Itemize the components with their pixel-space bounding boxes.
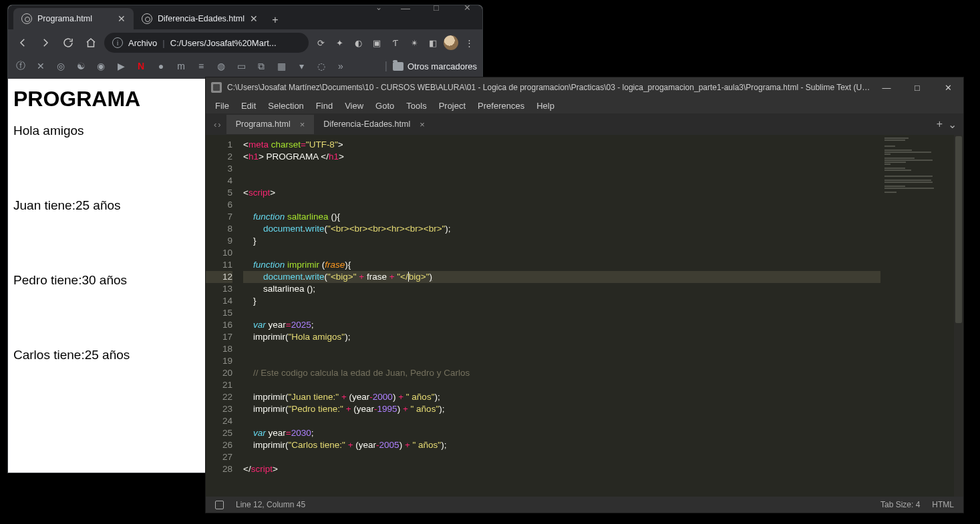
folder-label: Otros marcadores — [407, 61, 477, 71]
browser-tab[interactable]: Diferencia-Edades.html ✕ — [134, 8, 266, 29]
menu-goto[interactable]: Goto — [370, 99, 399, 112]
editor-body: 1234567891011121314151617181920212223242… — [206, 135, 963, 497]
window-minimize-button[interactable]: — — [871, 77, 902, 97]
window-close-button[interactable]: ✕ — [933, 77, 963, 97]
site-info-icon[interactable]: i — [112, 37, 123, 48]
tab-close-icon[interactable]: ✕ — [118, 13, 126, 24]
bookmark-icon[interactable]: ▦ — [274, 59, 289, 73]
menu-tools[interactable]: Tools — [401, 99, 432, 112]
menu-find[interactable]: Find — [311, 99, 338, 112]
bookmark-icon[interactable]: ▾ — [294, 59, 309, 73]
window-maximize-button[interactable]: □ — [902, 77, 933, 97]
menu-selection[interactable]: Selection — [263, 99, 309, 112]
vertical-scrollbar[interactable] — [954, 135, 963, 497]
folder-icon — [393, 62, 403, 71]
bookmark-icon[interactable]: ≡ — [194, 59, 208, 73]
bookmark-icon[interactable]: ✕ — [33, 59, 48, 73]
globe-icon — [142, 13, 152, 24]
profile-avatar[interactable] — [444, 35, 458, 50]
code-editor[interactable]: <meta charset="UTF-8"><h1> PROGRAMA </h1… — [240, 135, 880, 497]
editor-tab[interactable]: Diferencia-Edades.html × — [314, 115, 434, 134]
status-cursor-position[interactable]: Line 12, Column 45 — [236, 500, 305, 509]
tab-history-back-icon[interactable]: ‹ — [214, 119, 216, 129]
home-button[interactable] — [81, 33, 100, 52]
browser-chrome: ⌄ — □ ✕ Programa.html ✕ Diferencia-Edade… — [8, 5, 482, 79]
bookmark-icon[interactable]: m — [174, 59, 188, 73]
extension-icons: ⟳ ✦ ◐ ▣ Ƭ ✴ ◧ ⋮ — [313, 35, 477, 51]
extension-icon[interactable]: ⟳ — [313, 35, 329, 51]
editor-tab-title: Diferencia-Edades.html — [323, 119, 410, 129]
line-number-gutter[interactable]: 1234567891011121314151617181920212223242… — [206, 135, 240, 497]
back-button[interactable] — [13, 33, 32, 52]
window-maximize-button[interactable]: □ — [421, 5, 452, 13]
bookmark-icon[interactable]: ◎ — [53, 59, 68, 73]
minimap[interactable] — [880, 135, 954, 497]
bookmarks-bar: ⓕ ✕ ◎ ☯ ◉ ▶ N ● m ≡ ◍ ▭ ⧉ ▦ ▾ ◌ » | Otro… — [8, 56, 482, 79]
status-bar: Line 12, Column 45 Tab Size: 4 HTML — [206, 497, 963, 513]
address-bar[interactable]: i Archivo | C:/Users/Josafat%20Mart... — [104, 33, 309, 53]
browser-tab-active[interactable]: Programa.html ✕ — [13, 8, 134, 29]
sublime-logo-icon — [211, 82, 222, 93]
bookmark-icon[interactable]: ☯ — [73, 59, 88, 73]
tab-close-icon[interactable]: × — [300, 119, 305, 129]
scrollbar-thumb[interactable] — [955, 136, 962, 323]
sidepanel-icon[interactable]: ◧ — [425, 35, 441, 51]
sublime-menubar: File Edit Selection Find View Goto Tools… — [206, 97, 963, 113]
window-close-button[interactable]: ✕ — [452, 5, 482, 13]
bookmark-icon[interactable]: ◉ — [94, 59, 108, 73]
other-bookmarks-folder[interactable]: Otros marcadores — [393, 61, 477, 71]
reload-button[interactable] — [59, 33, 77, 52]
extension-icon[interactable]: ▣ — [369, 35, 385, 51]
status-tab-size[interactable]: Tab Size: 4 — [880, 500, 920, 509]
menu-file[interactable]: File — [210, 99, 234, 112]
bookmark-icon[interactable]: ⧉ — [254, 59, 269, 73]
forward-button[interactable] — [36, 33, 55, 52]
bookmark-icon[interactable]: ⓕ — [13, 59, 28, 73]
new-tab-button[interactable]: + — [266, 11, 285, 29]
editor-tab-title: Programa.html — [236, 119, 291, 129]
globe-icon — [21, 13, 32, 24]
bookmark-icon[interactable]: ▶ — [114, 59, 128, 73]
status-language[interactable]: HTML — [932, 500, 954, 509]
menu-edit[interactable]: Edit — [236, 99, 261, 112]
bookmark-icon[interactable]: ◍ — [214, 59, 228, 73]
sublime-titlebar[interactable]: C:\Users\Josafat Martínez\Documents\10 -… — [206, 77, 963, 97]
extension-icon[interactable]: ✦ — [331, 35, 347, 51]
editor-tab-active[interactable]: Programa.html × — [226, 115, 315, 134]
menu-view[interactable]: View — [339, 99, 369, 112]
extensions-menu-icon[interactable]: ✴ — [406, 35, 422, 51]
tab-menu-icon[interactable]: ⌄ — [948, 118, 957, 131]
browser-dropdown-icon[interactable]: ⌄ — [367, 5, 390, 13]
tab-history-forward-icon[interactable]: › — [218, 119, 220, 129]
menu-help[interactable]: Help — [531, 99, 560, 112]
url-text: C:/Users/Josafat%20Mart... — [170, 38, 301, 48]
tab-title: Programa.html — [37, 14, 112, 23]
menu-project[interactable]: Project — [434, 99, 471, 112]
browser-tabstrip: ⌄ — □ ✕ Programa.html ✕ Diferencia-Edade… — [8, 5, 482, 29]
sublime-tabbar: ‹ › Programa.html × Diferencia-Edades.ht… — [206, 113, 963, 135]
extension-icon[interactable]: Ƭ — [387, 35, 403, 51]
bookmarks-overflow-icon[interactable]: » — [334, 61, 347, 71]
extension-icon[interactable]: ◐ — [350, 35, 366, 51]
kebab-menu-icon[interactable]: ⋮ — [461, 35, 477, 51]
browser-toolbar: i Archivo | C:/Users/Josafat%20Mart... ⟳… — [8, 29, 482, 56]
bookmark-icon[interactable]: N — [134, 59, 148, 73]
bookmark-icon[interactable]: ● — [154, 59, 168, 73]
panel-switcher-icon[interactable] — [215, 501, 224, 509]
tab-close-icon[interactable]: × — [420, 119, 425, 129]
url-separator: | — [162, 38, 164, 48]
window-minimize-button[interactable]: — — [390, 5, 421, 13]
sublime-window: C:\Users\Josafat Martínez\Documents\10 -… — [206, 77, 963, 513]
url-scheme-label: Archivo — [128, 38, 157, 48]
new-tab-icon[interactable]: + — [937, 118, 943, 131]
sublime-title-text: C:\Users\Josafat Martínez\Documents\10 -… — [227, 83, 871, 92]
bookmark-icon[interactable]: ◌ — [314, 59, 329, 73]
tab-title: Diferencia-Edades.html — [158, 14, 244, 23]
menu-preferences[interactable]: Preferences — [472, 99, 530, 112]
tab-close-icon[interactable]: ✕ — [250, 13, 258, 24]
tab-history-nav: ‹ › — [208, 119, 226, 129]
bookmark-icon[interactable]: ▭ — [234, 59, 249, 73]
